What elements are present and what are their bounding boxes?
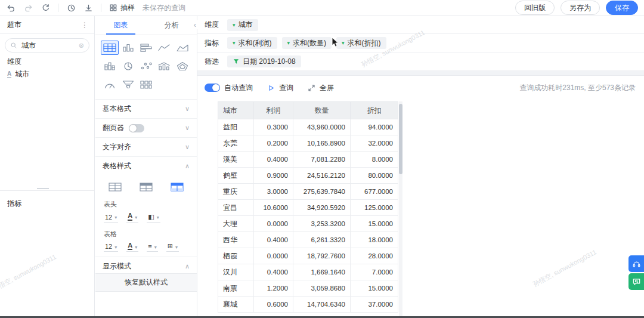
- save-as-button[interactable]: 另存为: [561, 1, 600, 15]
- chart-type-line[interactable]: [155, 41, 173, 55]
- chart-type-heatmap[interactable]: [137, 78, 155, 92]
- chart-type-combo[interactable]: [155, 59, 173, 73]
- chart-type-grid: [95, 35, 197, 98]
- history-button[interactable]: [66, 3, 76, 13]
- value-cell: 0.3000: [254, 119, 293, 135]
- support-button[interactable]: [628, 255, 644, 272]
- metric-chip-label: 求和(利润): [239, 38, 272, 48]
- field-sidebar: 超市 ⋮ ⊗ 维度 A 城市 指标: [0, 16, 95, 316]
- metric-chips: ▾求和(利润)▾求和(数量)▾求和(折扣): [227, 37, 386, 49]
- table-style-zebra[interactable]: [166, 180, 188, 194]
- chart-type-funnel[interactable]: [119, 78, 137, 92]
- section-text-align[interactable]: 文字对齐 ∨: [95, 137, 197, 156]
- section-pager[interactable]: 翻页器 ∨: [95, 118, 197, 137]
- pager-toggle[interactable]: [129, 124, 144, 132]
- toolbar-divider: [101, 4, 101, 12]
- city-cell: 襄城: [218, 297, 254, 313]
- section-table-style[interactable]: 表格样式 ∧: [95, 156, 197, 175]
- chevron-down-icon[interactable]: ∨: [185, 143, 190, 151]
- chevron-down-icon[interactable]: ∨: [185, 124, 190, 132]
- dimension-field-item[interactable]: A 城市: [0, 66, 94, 82]
- tab-analysis[interactable]: 分析: [146, 16, 197, 35]
- city-cell: 重庆: [218, 184, 254, 200]
- section-label: 基本格式: [103, 104, 131, 114]
- header-font-size-select[interactable]: 12 ▾: [104, 214, 118, 223]
- value-cell: 28.0000: [351, 248, 398, 264]
- old-version-button[interactable]: 回旧版: [515, 1, 555, 15]
- chart-type-stacked-column[interactable]: [101, 59, 119, 73]
- sampling-button[interactable]: 抽样: [109, 3, 135, 13]
- chart-type-column[interactable]: [119, 41, 137, 55]
- chevron-down-icon[interactable]: ∨: [185, 105, 190, 113]
- value-cell: 18.0000: [351, 232, 398, 248]
- table-row: 大理0.00003,253.320015.0000: [218, 216, 398, 232]
- fullscreen-button[interactable]: 全屏: [308, 83, 334, 93]
- metric-chip-label: 求和(数量): [293, 38, 326, 48]
- fill-color-icon: ◧: [148, 213, 154, 221]
- table-row: 鹤壁0.900024,516.212080.0000: [218, 168, 398, 184]
- value-cell: 8.0000: [351, 152, 398, 168]
- toolbar-divider: [58, 4, 58, 12]
- filter-chip[interactable]: 日期 2019-10-08: [227, 55, 301, 67]
- undo-button[interactable]: [6, 3, 16, 13]
- filter-row-label: 筛选: [205, 57, 220, 67]
- collapse-panel-button[interactable]: ‹: [193, 20, 197, 29]
- chart-type-pie[interactable]: [119, 59, 137, 73]
- header-font-color-picker[interactable]: A ▾: [126, 212, 138, 223]
- chevron-down-icon: ▾: [135, 215, 137, 221]
- headset-icon: [632, 260, 641, 268]
- auto-query-control[interactable]: 自动查询: [205, 83, 253, 93]
- chart-type-bar[interactable]: [137, 41, 155, 55]
- reset-style-button[interactable]: 恢复默认样式: [95, 273, 197, 292]
- table-font-color-picker[interactable]: A ▾: [126, 242, 138, 252]
- column-header[interactable]: 折扣: [351, 102, 398, 119]
- result-table: 城市利润数量折扣 益阳0.300043,960.000094.0000东莞0.2…: [218, 101, 398, 313]
- chart-type-area[interactable]: [174, 41, 191, 55]
- table-font-size-select[interactable]: 12 ▾: [104, 243, 118, 252]
- more-menu-icon[interactable]: ⋮: [81, 21, 88, 29]
- table-line-style-select[interactable]: ≡ ▾: [147, 243, 157, 252]
- section-divider: [197, 71, 644, 76]
- save-button[interactable]: 保存: [606, 1, 638, 15]
- table-border-select[interactable]: ⊞ ▾: [166, 242, 179, 252]
- chart-type-gauge[interactable]: [101, 78, 119, 92]
- value-cell: 0.4000: [254, 264, 293, 280]
- column-header[interactable]: 数量: [293, 102, 351, 119]
- column-header[interactable]: 利润: [254, 102, 293, 119]
- chart-type-scatter[interactable]: [137, 59, 155, 73]
- dimension-chip[interactable]: ▾ 城市: [227, 19, 258, 31]
- chip-dropdown-icon[interactable]: ▾: [233, 22, 236, 28]
- field-search-box[interactable]: ⊗: [5, 38, 89, 53]
- resize-handle[interactable]: [37, 188, 49, 189]
- metric-chip[interactable]: ▾求和(数量): [282, 37, 332, 49]
- metric-chip[interactable]: ▾求和(折扣): [336, 37, 386, 49]
- chip-dropdown-icon[interactable]: ▾: [233, 40, 236, 46]
- chip-dropdown-icon[interactable]: ▾: [287, 40, 290, 46]
- value-cell: 275,639.7840: [293, 184, 351, 200]
- section-label: 表格样式: [103, 161, 131, 171]
- chip-dropdown-icon[interactable]: ▾: [342, 40, 345, 46]
- refresh-button[interactable]: [41, 3, 50, 13]
- search-input[interactable]: [20, 41, 76, 50]
- scrollbar-thumb[interactable]: [399, 104, 402, 174]
- header-fill-color-picker[interactable]: ◧ ▾: [147, 213, 160, 223]
- city-cell: 南票: [218, 280, 254, 297]
- table-style-plain[interactable]: [104, 180, 126, 194]
- run-query-button[interactable]: 查询: [267, 83, 293, 93]
- chart-type-radar[interactable]: [174, 59, 191, 73]
- chart-type-table[interactable]: [101, 41, 119, 55]
- column-header[interactable]: 城市: [218, 102, 254, 119]
- auto-query-toggle[interactable]: [205, 84, 220, 92]
- header-style-controls: 12 ▾ A ▾ ◧ ▾: [95, 210, 197, 227]
- chevron-up-icon[interactable]: ∧: [185, 263, 190, 270]
- clear-search-icon[interactable]: ⊗: [79, 42, 84, 50]
- chevron-up-icon[interactable]: ∧: [185, 162, 190, 170]
- metric-chip[interactable]: ▾求和(利润): [227, 37, 277, 49]
- feedback-button[interactable]: [628, 273, 644, 290]
- table-scrollbar[interactable]: [399, 101, 402, 316]
- redo-button[interactable]: [23, 3, 33, 13]
- table-style-header-filled[interactable]: [135, 180, 157, 194]
- tab-chart[interactable]: 图表: [95, 16, 146, 35]
- download-button[interactable]: [83, 3, 93, 13]
- section-basic-format[interactable]: 基本格式 ∨: [95, 99, 197, 118]
